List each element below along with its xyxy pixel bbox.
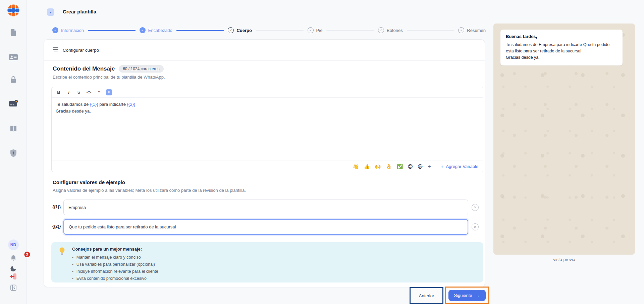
tip-item: •Incluye información relevante para el c… (72, 268, 158, 275)
divider (436, 164, 436, 169)
step-label: Pie (316, 28, 323, 33)
notifications-button[interactable]: 3 (0, 254, 26, 263)
align-lines-icon (53, 47, 59, 53)
close-icon: ✕ (474, 225, 476, 229)
stepper-connector (176, 30, 224, 31)
add-variable-button[interactable]: + Agregar Variable (441, 164, 478, 169)
variable-row-2: {{2}} ✕ (44, 219, 485, 235)
close-icon: ✕ (474, 206, 476, 209)
step-label: Cuerpo (236, 28, 252, 33)
check-icon: ✓ (458, 27, 464, 33)
variable-input-2[interactable] (63, 219, 468, 235)
sidebar-item-lock[interactable] (9, 75, 18, 85)
tip-item: •Mantén el mensaje claro y conciso (72, 254, 158, 261)
clear-variable-2-button[interactable]: ✕ (472, 223, 479, 230)
char-counter-badge: 60 / 1024 caracteres (119, 65, 163, 73)
variable-input-1[interactable] (63, 200, 468, 215)
more-emoji-button[interactable]: + (428, 164, 431, 169)
message-editor: B I S <> ” 0 Te saludamos de {{1}} para … (51, 87, 483, 172)
back-button[interactable]: ‹ (47, 8, 54, 16)
sidebar-item-shield[interactable] (9, 149, 17, 159)
tip-item: •Evita contenido promocional excesivo (72, 275, 158, 282)
bell-icon (9, 254, 17, 263)
app-root: ND 3 ‹ Crear plantilla (0, 0, 644, 304)
variable-label-1: {{1}} (52, 205, 61, 209)
step-label: Información (61, 28, 84, 33)
stepper-step-botones[interactable]: ✓ Botones (378, 27, 403, 33)
check-icon: ✓ (52, 27, 58, 33)
step-label: Encabezado (148, 28, 172, 33)
siguiente-button[interactable]: Siguiente → (448, 290, 485, 301)
sidebar-item-file[interactable] (9, 28, 18, 38)
wave-emoji-button[interactable]: 👋 (353, 164, 359, 169)
credit-card-icon (9, 99, 18, 109)
stepper-step-resumen[interactable]: ✓ Resumen (458, 27, 486, 33)
highlight-box-anterior: Anterior (410, 287, 443, 304)
sidebar-item-contacts[interactable] (9, 53, 18, 62)
tips-title: Consejos para un mejor mensaje: (72, 247, 158, 252)
check-icon: ✓ (308, 27, 314, 33)
logout-icon (9, 273, 17, 281)
anterior-button[interactable]: Anterior (419, 293, 434, 298)
dark-mode-toggle[interactable] (10, 265, 17, 273)
tips-box: Consejos para un mejor mensaje: •Mantén … (51, 242, 483, 283)
back-chevron-icon: ‹ (50, 10, 51, 15)
checkmark-emoji-button[interactable]: ✅ (397, 164, 403, 169)
stepper-step-cuerpo[interactable]: ✓ Cuerpo (228, 27, 252, 33)
stepper-step-pie[interactable]: ✓ Pie (308, 27, 323, 33)
editor-footer: 👋 👍 🙌 👌 ✅ 😊 😃 + + Agregar Variable (52, 161, 483, 172)
code-button[interactable]: <> (85, 88, 93, 96)
bubble-body-text: Te saludamos de Empresa para indicarte Q… (506, 42, 617, 54)
strikethrough-button[interactable]: S (74, 88, 83, 96)
grin-emoji-button[interactable]: 😃 (418, 164, 423, 169)
section-title: Configurar cuerpo (63, 48, 99, 53)
step-label: Botones (387, 28, 403, 33)
sidebar-item-book[interactable] (9, 125, 18, 134)
content-title: Contenido del Mensaje (53, 66, 115, 72)
whatsapp-preview-panel: Buenas tardes, Te saludamos de Empresa p… (493, 24, 635, 255)
arrow-right-icon: → (476, 293, 480, 298)
check-icon: ✓ (228, 27, 234, 33)
notification-badge: 3 (24, 252, 30, 257)
variable-token-2: {{2}} (127, 102, 136, 107)
body-config-card: Configurar cuerpo Contenido del Mensaje … (44, 39, 485, 287)
step-label: Resumen (467, 28, 486, 33)
bubble-header-text: Buenas tardes, (506, 34, 617, 39)
clear-variable-1-button[interactable]: ✕ (472, 204, 479, 211)
lock-icon (9, 75, 18, 85)
content-subtitle: Escribe el contenido principal de tu pla… (53, 75, 165, 80)
collapse-sidebar-icon (10, 285, 16, 292)
stepper-connector (326, 30, 374, 31)
message-textarea[interactable]: Te saludamos de {{1}} para indicarte {{2… (52, 98, 483, 161)
examples-title: Configurar valores de ejemplo (53, 179, 125, 185)
card-header: Configurar cuerpo (44, 40, 485, 61)
variable-token-1: {{1}} (90, 102, 98, 107)
italic-button[interactable]: I (64, 88, 73, 96)
collapse-sidebar-button[interactable] (10, 285, 16, 292)
examples-subtitle: Asigna valores de ejemplo a las variable… (53, 188, 246, 193)
stepper-step-informacion[interactable]: ✓ Información (52, 27, 84, 33)
sidebar: ND 3 (0, 0, 27, 304)
stepper-connector (256, 30, 304, 31)
bold-button[interactable]: B (54, 88, 63, 96)
stepper-connector (407, 30, 454, 31)
message-bubble: Buenas tardes, Te saludamos de Empresa p… (500, 30, 623, 66)
tip-item: •Usa variables para personalizar (opcion… (72, 261, 158, 268)
thumbsup-emoji-button[interactable]: 👍 (364, 164, 370, 169)
editor-toolbar: B I S <> ” 0 (52, 87, 483, 98)
shield-key-icon (9, 149, 17, 159)
message-line-1: Te saludamos de {{1}} para indicarte {{2… (56, 101, 479, 108)
emoji-picker-icon[interactable]: 0 (106, 89, 112, 95)
variable-row-1: {{1}} ✕ (44, 200, 485, 215)
quote-button[interactable]: ” (95, 88, 103, 96)
sidebar-item-card[interactable] (9, 99, 18, 109)
raisedhands-emoji-button[interactable]: 🙌 (375, 164, 381, 169)
okhand-emoji-button[interactable]: 👌 (386, 164, 392, 169)
smile-emoji-button[interactable]: 😊 (408, 164, 413, 169)
plus-icon: + (441, 164, 444, 169)
logout-button[interactable] (9, 273, 17, 281)
brand-logo-icon[interactable] (7, 4, 20, 17)
check-icon: ✓ (378, 27, 384, 33)
user-avatar[interactable]: ND (8, 240, 19, 250)
stepper-step-encabezado[interactable]: ✓ Encabezado (140, 27, 172, 33)
